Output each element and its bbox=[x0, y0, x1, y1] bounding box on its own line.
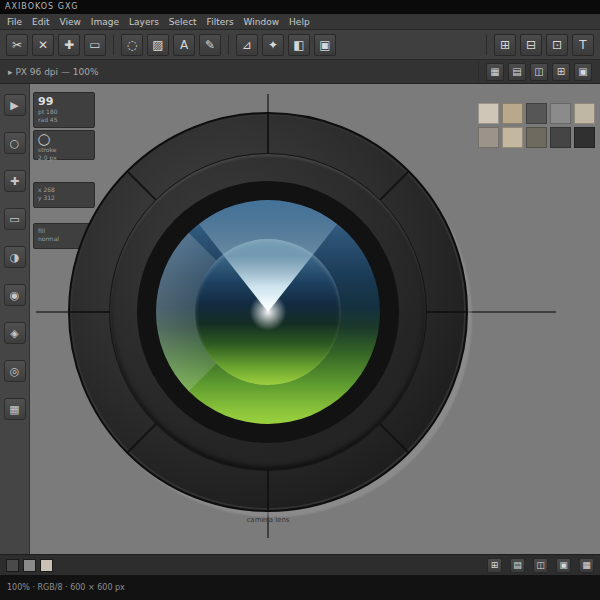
lens-center-glow bbox=[248, 292, 288, 332]
canvas-area[interactable]: ▶ ○ ✚ ▭ ◑ ◉ ◈ ◎ ▦ 99 pt 180 rad 45 ◯ str… bbox=[0, 84, 600, 554]
pen-icon[interactable]: ✎ bbox=[199, 34, 221, 56]
menu-view[interactable]: View bbox=[60, 17, 81, 27]
title-bar: AXIBOKOS GXG bbox=[0, 0, 600, 14]
options-icon[interactable]: ▦ bbox=[579, 558, 594, 573]
ellipse-tool-icon[interactable]: ○ bbox=[4, 132, 26, 154]
menu-help[interactable]: Help bbox=[289, 17, 310, 27]
color-swatch[interactable] bbox=[526, 127, 547, 148]
color-swatch[interactable] bbox=[574, 103, 595, 124]
color-swatch[interactable] bbox=[550, 103, 571, 124]
toolbar-separator bbox=[478, 62, 479, 82]
options-label: ▸ PX 96 dpi — 100% bbox=[8, 67, 99, 77]
move-icon[interactable]: ✚ bbox=[58, 34, 80, 56]
rectangle-tool-icon[interactable]: ▭ bbox=[4, 208, 26, 230]
snap-grid-icon[interactable]: ⊞ bbox=[552, 63, 570, 81]
menu-filters[interactable]: Filters bbox=[207, 17, 234, 27]
target-tool-icon[interactable]: ◉ bbox=[4, 284, 26, 306]
crosshair-tool-icon[interactable]: ✚ bbox=[4, 170, 26, 192]
pattern-icon[interactable]: ▨ bbox=[147, 34, 169, 56]
text-icon[interactable]: A bbox=[173, 34, 195, 56]
color-swatch[interactable] bbox=[502, 127, 523, 148]
options-toolbar: ▸ PX 96 dpi — 100% ▦ ▤ ◫ ⊞ ▣ bbox=[0, 60, 600, 84]
rotate-tool-icon[interactable]: ◑ bbox=[4, 246, 26, 268]
color-swatch[interactable] bbox=[574, 127, 595, 148]
color-swatch[interactable] bbox=[526, 103, 547, 124]
color-swatch[interactable] bbox=[550, 127, 571, 148]
bookmark-icon[interactable]: ▣ bbox=[556, 558, 571, 573]
thumbnail-grid-icon[interactable]: ⊞ bbox=[487, 558, 502, 573]
menu-select[interactable]: Select bbox=[169, 17, 197, 27]
menu-edit[interactable]: Edit bbox=[32, 17, 49, 27]
list-view-icon[interactable]: ▤ bbox=[508, 63, 526, 81]
panel-icon[interactable]: ⊡ bbox=[546, 34, 568, 56]
star-icon[interactable]: ✦ bbox=[262, 34, 284, 56]
color-swatch[interactable] bbox=[478, 127, 499, 148]
type-icon[interactable]: T bbox=[572, 34, 594, 56]
toolbar-separator bbox=[113, 35, 114, 55]
guide-line-right bbox=[468, 311, 556, 313]
layout-icon[interactable]: ⊟ bbox=[520, 34, 542, 56]
menu-window[interactable]: Window bbox=[244, 17, 280, 27]
menu-image[interactable]: Image bbox=[91, 17, 119, 27]
split-view-icon[interactable]: ◫ bbox=[530, 63, 548, 81]
color-well[interactable] bbox=[40, 559, 53, 572]
main-toolbar: ✂ ✕ ✚ ▭ ◌ ▨ A ✎ ⊿ ✦ ◧ ▣ ⊞ ⊟ ⊡ T bbox=[0, 30, 600, 60]
grid-icon[interactable]: ⊞ bbox=[494, 34, 516, 56]
tile-view-icon[interactable]: ▦ bbox=[486, 63, 504, 81]
panel-size-value: 99 bbox=[38, 96, 90, 108]
camera-lens-artwork[interactable] bbox=[68, 112, 468, 512]
lasso-icon[interactable]: ◌ bbox=[121, 34, 143, 56]
lens-ring-tick bbox=[70, 311, 112, 313]
app-window: AXIBOKOS GXG File Edit View Image Layers… bbox=[0, 0, 600, 600]
grid-tool-icon[interactable]: ▦ bbox=[4, 398, 26, 420]
menu-file[interactable]: File bbox=[7, 17, 22, 27]
color-swatch-grid bbox=[478, 103, 595, 148]
lens-ring-tick bbox=[267, 114, 269, 156]
cut-icon[interactable]: ✂ bbox=[6, 34, 28, 56]
guide-line-left bbox=[36, 311, 68, 313]
color-well[interactable] bbox=[6, 559, 19, 572]
color-swatch[interactable] bbox=[502, 103, 523, 124]
guide-line-top bbox=[267, 94, 269, 112]
select-tool-icon[interactable]: ▶ bbox=[4, 94, 26, 116]
window-title: AXIBOKOS GXG bbox=[5, 2, 79, 11]
lens-ring-tick bbox=[424, 311, 466, 313]
status-text: 100% · RGB/8 · 600 × 600 px bbox=[7, 583, 125, 592]
menu-layers[interactable]: Layers bbox=[129, 17, 159, 27]
bottom-utility-bar: ⊞ ▤ ◫ ▣ ▦ bbox=[0, 554, 600, 575]
shape-tool-icon[interactable]: ◈ bbox=[4, 322, 26, 344]
erase-icon[interactable]: ▣ bbox=[314, 34, 336, 56]
lock-icon[interactable]: ▣ bbox=[574, 63, 592, 81]
status-bar: 100% · RGB/8 · 600 × 600 px bbox=[0, 575, 600, 600]
object-caption: camera lens bbox=[208, 516, 328, 524]
toolbar-separator bbox=[228, 35, 229, 55]
color-swatch[interactable] bbox=[478, 103, 499, 124]
lens-glass bbox=[156, 200, 380, 424]
tool-panel: ▶ ○ ✚ ▭ ◑ ◉ ◈ ◎ ▦ bbox=[0, 84, 30, 554]
circle-tool-icon[interactable]: ◎ bbox=[4, 360, 26, 382]
lens-ring-tick bbox=[267, 468, 269, 510]
dual-page-icon[interactable]: ◫ bbox=[533, 558, 548, 573]
gradient-icon[interactable]: ◧ bbox=[288, 34, 310, 56]
crop-icon[interactable]: ▭ bbox=[84, 34, 106, 56]
menu-bar: File Edit View Image Layers Select Filte… bbox=[0, 14, 600, 30]
close-icon[interactable]: ✕ bbox=[32, 34, 54, 56]
shear-icon[interactable]: ⊿ bbox=[236, 34, 258, 56]
color-well[interactable] bbox=[23, 559, 36, 572]
toolbar-separator bbox=[486, 35, 487, 55]
page-list-icon[interactable]: ▤ bbox=[510, 558, 525, 573]
